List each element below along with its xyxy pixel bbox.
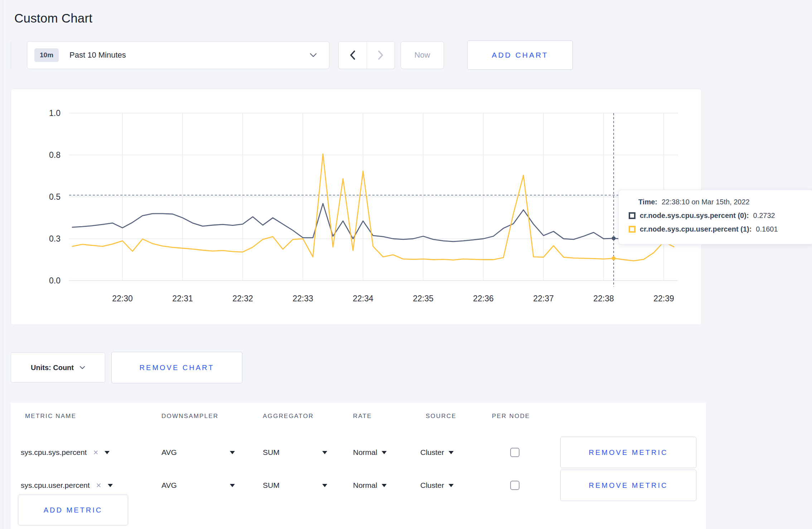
metric-name-value: sys.cpu.sys.percent [21,448,87,457]
page-title: Custom Chart [14,11,92,25]
rate-dropdown[interactable]: Normal [353,469,387,502]
clear-metric-icon[interactable]: × [93,448,98,457]
tooltip-series-row: cr.node.sys.cpu.sys.percent (0): 0.2732 [629,212,812,220]
column-header-source: SOURCE [426,413,456,420]
chevron-right-icon [378,50,384,60]
metric-name-value: sys.cpu.user.percent [21,481,90,490]
column-header-rate: RATE [353,413,372,420]
dropdown-caret-icon [449,451,454,454]
metrics-table: METRIC NAMEDOWNSAMPLERAGGREGATORRATESOUR… [11,403,706,529]
series-line-cpu-user-percent [72,154,674,261]
time-range-dropdown[interactable]: 10m Past 10 Minutes [27,41,329,69]
tooltip-series-user-label: cr.node.sys.cpu.user.percent (1): [640,225,751,233]
time-shift-button-group [338,41,395,69]
time-range-badge: 10m [34,48,59,62]
tooltip-time-label: Time: [638,198,657,206]
tooltip-time-value: 22:38:10 on Mar 15th, 2022 [662,198,750,206]
x-axis-tick-label: 22:30 [112,294,133,303]
tooltip-series-row: cr.node.sys.cpu.user.percent (1): 0.1601 [629,225,812,233]
aggregator-value: SUM [263,448,280,457]
tooltip-series-user-value: 0.1601 [756,225,778,233]
downsampler-value: AVG [161,481,177,490]
column-header-downsampler: DOWNSAMPLER [161,413,218,420]
now-button[interactable]: Now [401,41,444,69]
tooltip-series-sys-value: 0.2732 [753,212,775,220]
series-user-swatch-icon [629,226,635,233]
y-axis-tick-label: 0.8 [49,150,61,160]
tooltip-series-sys-label: cr.node.sys.cpu.sys.percent (0): [640,212,749,220]
source-dropdown[interactable]: Cluster [420,469,454,502]
rate-value: Normal [353,481,377,490]
source-value: Cluster [420,448,444,457]
metrics-table-rows: sys.cpu.sys.percent×AVGSUMNormalClusterR… [11,436,706,502]
series-sys-swatch-icon [629,212,635,219]
units-label: Units: Count [31,364,74,372]
time-shift-forward-button[interactable] [367,42,395,69]
add-chart-button[interactable]: ADD CHART [467,40,573,70]
column-header-metric-name: METRIC NAME [25,413,76,420]
source-value: Cluster [420,481,444,490]
time-range-label: Past 10 Minutes [69,50,310,60]
column-header-aggregator: AGGREGATOR [263,413,314,420]
remove-chart-button[interactable]: REMOVE CHART [111,352,242,383]
units-dropdown[interactable]: Units: Count [11,353,105,383]
per-node-checkbox[interactable] [510,481,519,490]
x-axis-tick-label: 22:37 [533,294,554,303]
aggregator-value: SUM [263,481,280,490]
dropdown-caret-icon [322,484,327,487]
aggregator-dropdown[interactable]: SUM [263,436,327,469]
dropdown-caret-icon [230,451,235,454]
hover-point-cpu-user [612,256,616,260]
toolbar-divider [11,41,11,69]
column-header-per-node: PER NODE [492,413,530,420]
dropdown-caret-icon [322,451,327,454]
series-line-cpu-sys-percent [72,204,674,242]
dropdown-caret-icon [108,484,113,487]
page-edge-line [3,0,3,529]
chevron-down-icon [310,53,317,57]
y-axis-tick-label: 0.3 [49,234,61,243]
timeseries-chart[interactable]: 0.00.30.50.81.022:3022:3122:3222:3322:34… [11,89,702,325]
remove-metric-button[interactable]: REMOVE METRIC [560,470,696,501]
downsampler-value: AVG [161,448,177,457]
source-dropdown[interactable]: Cluster [420,436,454,469]
rate-value: Normal [353,448,377,457]
per-node-checkbox[interactable] [510,448,519,457]
metric-name-dropdown[interactable]: sys.cpu.sys.percent× [21,436,110,469]
dropdown-caret-icon [382,451,387,454]
downsampler-dropdown[interactable]: AVG [161,469,235,502]
chevron-down-icon [79,366,85,369]
chart-hover-tooltip: Time: 22:38:10 on Mar 15th, 2022 cr.node… [618,190,812,244]
x-axis-tick-label: 22:39 [653,294,674,303]
x-axis-tick-label: 22:33 [293,294,313,303]
dropdown-caret-icon [105,451,110,454]
tooltip-time-row: Time: 22:38:10 on Mar 15th, 2022 [638,198,812,206]
y-axis-tick-label: 0.5 [49,192,61,202]
y-axis-tick-label: 0.0 [49,276,61,285]
toolbar: 10m Past 10 Minutes Now ADD CHART [11,40,798,71]
dropdown-caret-icon [230,484,235,487]
x-axis-tick-label: 22:34 [353,294,373,303]
add-metric-button[interactable]: ADD METRIC [18,495,128,525]
hover-point-cpu-sys [612,236,616,240]
x-axis-tick-label: 22:36 [473,294,494,303]
metric-row: sys.cpu.sys.percent×AVGSUMNormalClusterR… [11,436,706,469]
clear-metric-icon[interactable]: × [96,481,101,490]
aggregator-dropdown[interactable]: SUM [263,469,327,502]
downsampler-dropdown[interactable]: AVG [161,436,235,469]
chart-controls-row: Units: Count REMOVE CHART [11,352,369,383]
remove-metric-button[interactable]: REMOVE METRIC [560,437,696,468]
y-axis-tick-label: 1.0 [49,108,61,118]
chevron-left-icon [349,50,356,60]
chart-card: 0.00.30.50.81.022:3022:3122:3222:3322:34… [11,89,702,325]
rate-dropdown[interactable]: Normal [353,436,387,469]
dropdown-caret-icon [449,484,454,487]
x-axis-tick-label: 22:38 [593,294,614,303]
time-shift-back-button[interactable] [339,42,367,69]
x-axis-tick-label: 22:32 [232,294,253,303]
x-axis-tick-label: 22:35 [413,294,434,303]
metrics-table-header: METRIC NAMEDOWNSAMPLERAGGREGATORRATESOUR… [11,408,706,430]
dropdown-caret-icon [382,484,387,487]
x-axis-tick-label: 22:31 [172,294,193,303]
